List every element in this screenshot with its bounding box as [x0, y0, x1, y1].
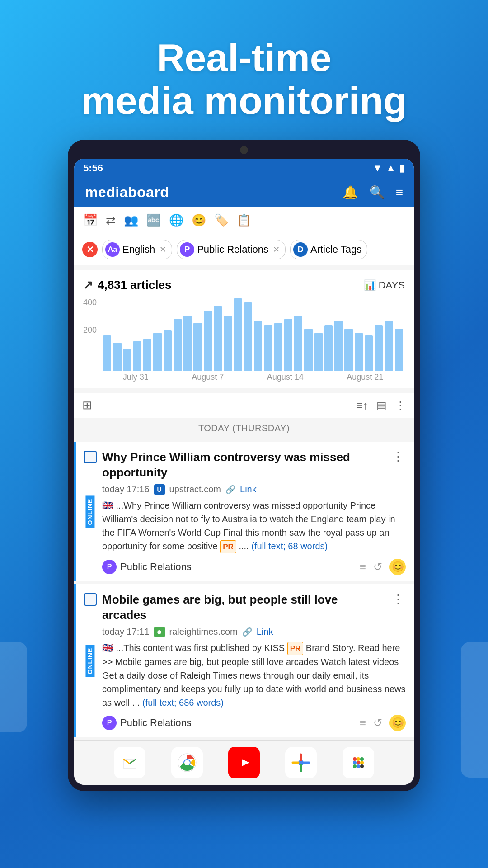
signal-icon: ▲ — [386, 162, 396, 174]
flag-icon-2: 🇬🇧 — [102, 643, 113, 653]
tags-chip-icon: D — [293, 242, 308, 257]
search-icon[interactable]: 🔍 — [369, 185, 385, 200]
pr-chip-label: Public Relations — [197, 244, 268, 255]
tag-label-2: Public Relations — [120, 717, 192, 729]
public-relations-chip[interactable]: P Public Relations ✕ — [177, 240, 286, 259]
list-icon[interactable]: 📋 — [237, 213, 251, 227]
view-icon[interactable]: ▤ — [376, 399, 387, 412]
x-label-aug14: August 14 — [267, 373, 304, 382]
tablet-wrapper: 5:56 ▼ ▲ ▮ mediaboard 🔔 🔍 ≡ 📅 ⇄ — [0, 140, 488, 791]
article-footer-1: P Public Relations ≡ ↺ 😊 — [102, 559, 406, 575]
filter-icon[interactable]: ⇄ — [106, 213, 116, 227]
chrome-icon[interactable] — [171, 747, 203, 778]
remove-all-button[interactable]: ✕ — [82, 242, 98, 257]
bar-24 — [344, 329, 352, 371]
status-icons: ▼ ▲ ▮ — [372, 162, 405, 174]
article-checkbox-2[interactable] — [84, 593, 97, 606]
filter-toolbar: 📅 ⇄ 👥 🔤 🌐 😊 🏷️ 📋 — [74, 207, 414, 234]
bar-16 — [264, 326, 272, 371]
tablet-screen: 5:56 ▼ ▲ ▮ mediaboard 🔔 🔍 ≡ 📅 ⇄ — [74, 159, 414, 785]
bar-4 — [143, 339, 151, 371]
x-label-aug7: August 7 — [192, 373, 224, 382]
link-label-1[interactable]: Link — [240, 484, 257, 495]
bar-7 — [174, 319, 182, 371]
x-label-aug21: August 21 — [347, 373, 383, 382]
chart-x-labels: July 31 August 7 August 14 August 21 — [101, 371, 405, 382]
select-all-icon[interactable]: ⊞ — [82, 398, 92, 412]
sentiment-icon-1[interactable]: 😊 — [389, 559, 406, 575]
bell-icon[interactable]: 🔔 — [343, 185, 358, 200]
article-menu-2[interactable]: ⋮ — [390, 592, 406, 606]
photos-icon[interactable] — [285, 747, 317, 778]
article-meta-1: today 17:16 U upstract.com 🔗 Link — [102, 484, 406, 495]
bar-5 — [153, 333, 161, 371]
article-tags-chip[interactable]: D Article Tags — [290, 240, 367, 259]
svg-point-15 — [353, 764, 357, 768]
refresh-action-1[interactable]: ↺ — [373, 561, 382, 573]
apps-icon[interactable] — [343, 747, 374, 778]
pr-badge-2: PR — [287, 642, 304, 656]
bar-chart-container: 400 200 July 31 August 7 August 14 Augus… — [83, 298, 405, 382]
bar-18 — [284, 319, 292, 371]
menu-icon[interactable]: ≡ — [396, 185, 403, 200]
more-icon[interactable]: ⋮ — [395, 399, 406, 412]
calendar-icon[interactable]: 📅 — [83, 213, 98, 227]
pr-chip-close[interactable]: ✕ — [273, 245, 280, 255]
article-title-1: Why Prince William controversy was misse… — [102, 450, 385, 481]
article-checkbox-1[interactable] — [84, 451, 97, 463]
chart-header: ↗ 4,831 articles 📊 DAYS — [83, 278, 405, 292]
article-card-1: ONLINE Why Prince William controversy wa… — [74, 442, 414, 581]
bar-8 — [183, 316, 192, 371]
app-logo: mediaboard — [85, 184, 169, 201]
sort-icon[interactable]: ≡↑ — [357, 399, 368, 412]
translate-icon[interactable]: 🔤 — [146, 213, 161, 227]
bar-17 — [274, 323, 282, 371]
article-count: 4,831 articles — [98, 278, 171, 292]
flag-icon-1: 🇬🇧 — [102, 500, 113, 510]
bar-15 — [254, 321, 262, 371]
globe-icon[interactable]: 🌐 — [169, 213, 183, 227]
y-label-200: 200 — [83, 326, 97, 335]
bar-13 — [234, 298, 242, 371]
full-text-link-1[interactable]: (full text; 68 words) — [251, 541, 328, 551]
svg-point-17 — [360, 764, 364, 768]
tags-chip-label: Article Tags — [310, 244, 361, 255]
list-action-2[interactable]: ≡ — [360, 717, 366, 729]
bar-0 — [103, 335, 111, 371]
english-chip[interactable]: Aa English ✕ — [102, 240, 172, 259]
bar-1 — [113, 343, 121, 371]
svg-point-9 — [353, 757, 357, 761]
user-search-icon[interactable]: 👥 — [124, 213, 138, 227]
sentiment-icon-2[interactable]: 😊 — [389, 715, 406, 731]
app-bar: mediaboard 🔔 🔍 ≡ — [74, 178, 414, 207]
bar-26 — [365, 335, 373, 371]
status-time: 5:56 — [83, 162, 103, 174]
status-bar: 5:56 ▼ ▲ ▮ — [74, 159, 414, 178]
full-text-link-2[interactable]: (full text; 686 words) — [142, 698, 224, 708]
tag-p-icon-2: P — [102, 716, 117, 730]
link-label-2[interactable]: Link — [257, 627, 273, 637]
english-chip-label: English — [122, 244, 155, 255]
days-button[interactable]: 📊 DAYS — [364, 279, 405, 291]
bar-25 — [355, 333, 363, 371]
android-nav-bar — [74, 740, 414, 785]
external-link-icon-2: 🔗 — [242, 627, 252, 637]
bar-19 — [294, 316, 302, 371]
english-chip-close[interactable]: ✕ — [160, 245, 166, 255]
tag-icon[interactable]: 🏷️ — [214, 213, 229, 227]
emoji-icon[interactable]: 😊 — [192, 213, 206, 227]
list-action-1[interactable]: ≡ — [360, 561, 366, 573]
trend-icon: ↗ — [83, 278, 93, 292]
camera — [240, 146, 248, 154]
tag-p-icon-1: P — [102, 560, 117, 574]
deco-right — [461, 642, 488, 778]
article-menu-1[interactable]: ⋮ — [390, 450, 406, 464]
refresh-action-2[interactable]: ↺ — [373, 717, 382, 729]
article-time-1: today 17:16 — [102, 484, 150, 495]
filter-chips: ✕ Aa English ✕ P Public Relations ✕ D Ar… — [74, 234, 414, 265]
svg-point-10 — [357, 757, 360, 761]
youtube-icon[interactable] — [228, 747, 260, 778]
section-header: TODAY (THURSDAY) — [74, 418, 414, 439]
gmail-icon[interactable] — [114, 747, 145, 778]
days-label: DAYS — [379, 279, 405, 291]
